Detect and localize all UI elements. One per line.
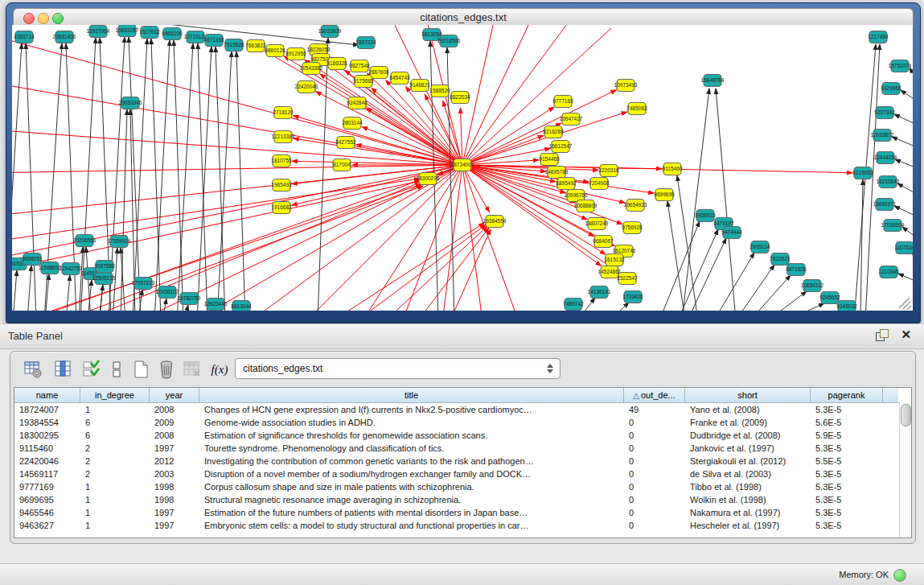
- graph-node[interactable]: 14136141: [588, 286, 611, 299]
- graph-node[interactable]: 1965493: [271, 179, 292, 192]
- table-cell[interactable]: 1: [80, 480, 150, 493]
- graph-node[interactable]: 7204908: [589, 178, 610, 190]
- new-table-icon[interactable]: [129, 358, 152, 381]
- column-header-in_degree[interactable]: in_degree: [80, 388, 150, 402]
- graph-node[interactable]: 19218586: [437, 35, 461, 47]
- graph-edge[interactable]: [750, 275, 791, 311]
- table-cell[interactable]: 1997: [150, 519, 199, 532]
- graph-edge[interactable]: [688, 238, 726, 311]
- table-cell[interactable]: 1998: [150, 493, 199, 506]
- graph-node[interactable]: 1588520: [429, 85, 450, 97]
- graph-edge[interactable]: [27, 266, 31, 311]
- graph-node[interactable]: 10973493: [614, 80, 638, 92]
- table-cell[interactable]: 0: [624, 468, 685, 480]
- graph-node[interactable]: 9097588: [94, 261, 115, 273]
- graph-node[interactable]: 9827548: [349, 60, 370, 72]
- graph-node[interactable]: 16648784: [701, 75, 725, 87]
- graph-edge[interactable]: [716, 89, 736, 311]
- table-cell[interactable]: 9699695: [14, 493, 80, 506]
- table-cell[interactable]: 0: [624, 455, 685, 468]
- table-cell[interactable]: 2012: [150, 455, 199, 468]
- graph-node[interactable]: 1210345: [878, 266, 899, 278]
- table-cell[interactable]: 1: [80, 519, 150, 532]
- graph-node[interactable]: 8822034: [450, 92, 470, 104]
- graph-node[interactable]: 7663822: [245, 40, 266, 52]
- graph-node[interactable]: 9245652: [819, 292, 840, 304]
- table-cell[interactable]: Structural magnetic resonance image aver…: [199, 493, 624, 506]
- graph-node[interactable]: 9154469: [539, 154, 560, 166]
- graph-edge[interactable]: [682, 89, 709, 311]
- graph-node[interactable]: 18724007: [451, 159, 474, 171]
- graph-node[interactable]: 15692971: [873, 199, 897, 211]
- graph-edge[interactable]: [462, 28, 611, 165]
- graph-node[interactable]: 9329966: [881, 83, 901, 95]
- graph-node[interactable]: 4355714: [14, 31, 35, 43]
- graph-node[interactable]: 1527602: [139, 27, 160, 39]
- graph-node[interactable]: 12942757: [60, 263, 83, 275]
- graph-node[interactable]: 20053346: [119, 97, 142, 109]
- column-header-name[interactable]: name: [14, 388, 80, 402]
- table-cell[interactable]: 49: [624, 403, 685, 416]
- table-cell[interactable]: Disruption of a novel member of a sodium…: [199, 468, 624, 480]
- graph-node[interactable]: 18300295: [417, 173, 440, 185]
- table-cell[interactable]: 2009: [150, 416, 199, 429]
- function-builder-icon[interactable]: f(x): [208, 358, 231, 381]
- graph-node[interactable]: 8471626: [786, 264, 807, 276]
- graph-edge[interactable]: [177, 43, 193, 311]
- graph-edge[interactable]: [894, 114, 913, 124]
- graph-node[interactable]: 9242848: [347, 97, 368, 109]
- column-header-year[interactable]: year: [150, 388, 199, 402]
- graph-edge[interactable]: [462, 165, 601, 266]
- table-row[interactable]: 1456911722003Disruption of a novel membe…: [14, 468, 911, 480]
- table-cell[interactable]: 2: [80, 468, 150, 480]
- table-cell[interactable]: 9463627: [14, 519, 80, 532]
- graph-node[interactable]: 12923446: [204, 299, 228, 311]
- graph-edge[interactable]: [318, 38, 328, 311]
- float-panel-icon[interactable]: [876, 329, 889, 342]
- table-cell[interactable]: 0: [624, 480, 685, 493]
- graph-edge[interactable]: [736, 265, 774, 311]
- graph-node[interactable]: 1615132: [604, 254, 625, 266]
- column-header-pagerank[interactable]: pagerank: [811, 388, 883, 402]
- table-cell[interactable]: 5.3E-5: [811, 403, 883, 416]
- graph-node[interactable]: 3220316: [598, 165, 619, 177]
- graph-node[interactable]: 9227342: [874, 107, 895, 119]
- graph-node[interactable]: 18807249: [585, 218, 609, 230]
- table-cell[interactable]: 5.3E-5: [811, 480, 883, 493]
- graph-node[interactable]: 10647427: [560, 113, 583, 126]
- table-row[interactable]: 969969511998Structural magnetic resonanc…: [14, 493, 911, 506]
- graph-node[interactable]: 9684067: [593, 236, 614, 248]
- table-cell[interactable]: 1: [80, 403, 150, 416]
- graph-node[interactable]: 11568692: [39, 262, 62, 274]
- graph-node[interactable]: 6466100: [162, 28, 183, 40]
- table-row[interactable]: 1872400712008Changes of HCN gene express…: [14, 403, 911, 416]
- table-cell[interactable]: Estimation of the future numbers of pati…: [199, 506, 624, 519]
- table-cell[interactable]: 0: [624, 429, 685, 442]
- graph-edge[interactable]: [151, 39, 161, 311]
- graph-node[interactable]: 8895492: [556, 178, 577, 190]
- table-cell[interactable]: 0: [624, 506, 685, 519]
- table-cell[interactable]: 1: [80, 493, 150, 506]
- graph-node[interactable]: 9698051: [22, 253, 43, 266]
- graph-edge[interactable]: [786, 303, 824, 311]
- graph-node[interactable]: 10688609: [574, 200, 598, 212]
- table-cell[interactable]: 2003: [150, 468, 199, 480]
- graph-edge[interactable]: [217, 51, 232, 311]
- table-row[interactable]: 1938455462009Genome-wide association stu…: [14, 416, 911, 429]
- graph-node[interactable]: 9175685: [353, 76, 374, 88]
- table-cell[interactable]: 9777169: [14, 480, 80, 493]
- table-row[interactable]: 946554611997Estimation of the future num…: [14, 506, 911, 519]
- graph-node[interactable]: 4671358: [203, 35, 224, 47]
- row-height-icon[interactable]: [105, 358, 128, 381]
- graph-node[interactable]: 20691406: [53, 31, 76, 43]
- graph-edge[interactable]: [174, 40, 183, 311]
- table-cell[interactable]: 2008: [150, 403, 199, 416]
- graph-node[interactable]: 16612547: [549, 141, 573, 153]
- graph-edge[interactable]: [895, 159, 913, 167]
- graph-node[interactable]: 17359924: [108, 236, 131, 248]
- graph-edge[interactable]: [894, 206, 913, 216]
- graph-edge[interactable]: [362, 165, 462, 311]
- graph-node[interactable]: 1107534: [895, 242, 913, 254]
- graph-node[interactable]: 14895788: [545, 167, 569, 179]
- table-cell[interactable]: 2: [80, 455, 150, 468]
